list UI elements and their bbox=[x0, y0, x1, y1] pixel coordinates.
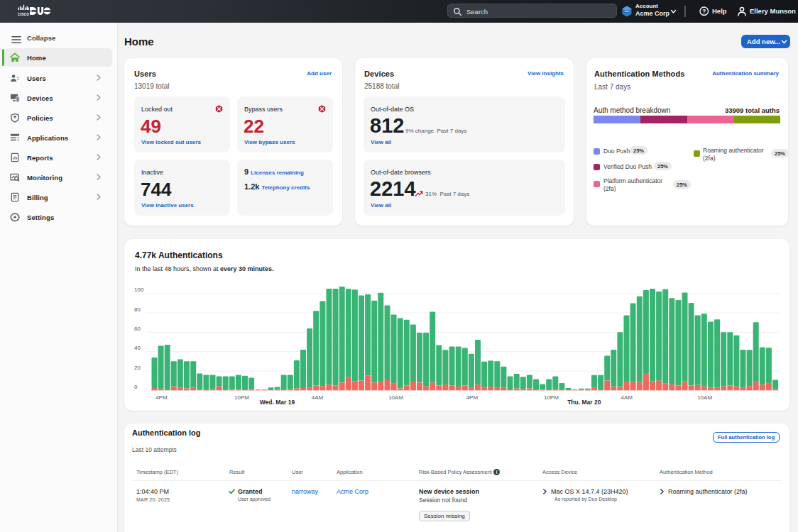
svg-text:4AM: 4AM bbox=[312, 394, 324, 401]
svg-text:4PM: 4PM bbox=[155, 394, 168, 401]
svg-text:Thu. Mar 20: Thu. Mar 20 bbox=[567, 399, 601, 406]
svg-text:100: 100 bbox=[134, 287, 144, 293]
svg-text:20: 20 bbox=[134, 365, 141, 371]
svg-text:4PM: 4PM bbox=[466, 394, 479, 401]
svg-text:i: i bbox=[496, 470, 498, 475]
svg-text:Wed. Mar 19: Wed. Mar 19 bbox=[260, 399, 295, 406]
svg-text:80: 80 bbox=[134, 306, 141, 313]
svg-text:?: ? bbox=[702, 9, 706, 15]
svg-text:CISCO: CISCO bbox=[18, 12, 29, 16]
svg-text:10PM: 10PM bbox=[544, 394, 559, 401]
svg-text:acme: acme bbox=[624, 10, 630, 13]
svg-text:4AM: 4AM bbox=[621, 394, 633, 401]
svg-text:0: 0 bbox=[134, 384, 138, 390]
svg-text:10PM: 10PM bbox=[234, 394, 249, 401]
svg-text:60: 60 bbox=[134, 326, 141, 332]
svg-text:10AM: 10AM bbox=[388, 394, 403, 401]
svg-text:40: 40 bbox=[134, 345, 141, 351]
svg-text:10AM: 10AM bbox=[697, 394, 712, 401]
